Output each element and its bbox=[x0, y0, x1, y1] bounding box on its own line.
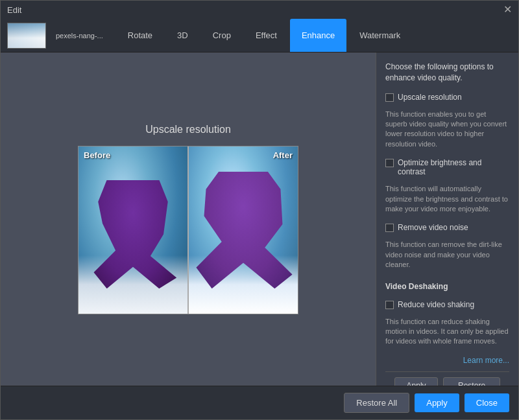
deshaking-option-row: Reduce video shaking bbox=[385, 300, 509, 309]
deshaking-section-title: Video Deshaking bbox=[385, 282, 509, 291]
settings-panel: Choose the following options to enhance … bbox=[376, 52, 518, 386]
skier-figure-before bbox=[90, 180, 176, 289]
preview-images: Before After bbox=[78, 146, 298, 314]
deshaking-desc: This function can reduce shaking motion … bbox=[385, 317, 509, 347]
tab-enhance[interactable]: Enhance bbox=[290, 19, 346, 52]
after-panel: After bbox=[189, 146, 298, 314]
title-bar: Edit ✕ bbox=[1, 1, 518, 19]
preview-title: Upscale resolution bbox=[145, 124, 231, 135]
before-label: Before bbox=[84, 150, 110, 160]
restore-defaults-button[interactable]: Restore Defaults bbox=[443, 377, 500, 386]
toolbar: pexels-nang-... Rotate 3D Crop Effect En… bbox=[1, 19, 518, 52]
tab-effect[interactable]: Effect bbox=[244, 19, 289, 52]
window-close-button[interactable]: ✕ bbox=[503, 5, 512, 15]
upscale-option-row: Upscale resolution bbox=[385, 93, 509, 102]
thumbnail-label: pexels-nang-... bbox=[56, 32, 103, 40]
upscale-label: Upscale resolution bbox=[398, 93, 462, 102]
preview-area: Upscale resolution Before After bbox=[1, 52, 376, 386]
before-image bbox=[78, 146, 187, 314]
restore-all-button[interactable]: Restore All bbox=[344, 393, 409, 413]
upscale-desc: This function enables you to get superb … bbox=[385, 110, 509, 150]
apply-button[interactable]: Apply bbox=[415, 393, 459, 412]
tab-rotate[interactable]: Rotate bbox=[116, 19, 164, 52]
close-button[interactable]: Close bbox=[465, 393, 509, 412]
after-label: After bbox=[273, 150, 293, 160]
bottom-bar: Restore All Apply Close bbox=[1, 386, 518, 419]
learn-more-link[interactable]: Learn more... bbox=[385, 356, 509, 365]
edit-window: Edit ✕ pexels-nang-... Rotate 3D Crop Ef… bbox=[0, 0, 519, 420]
noise-checkbox[interactable] bbox=[385, 224, 394, 232]
tab-group: Rotate 3D Crop Effect Enhance Watermark bbox=[116, 19, 413, 52]
tab-crop[interactable]: Crop bbox=[201, 19, 243, 52]
deshaking-checkbox[interactable] bbox=[385, 301, 394, 309]
tab-watermark[interactable]: Watermark bbox=[348, 19, 412, 52]
skier-figure-after bbox=[194, 172, 292, 289]
video-thumbnail[interactable] bbox=[7, 23, 46, 49]
deshaking-label: Reduce video shaking bbox=[398, 300, 474, 309]
brightness-desc: This function will automatically optimiz… bbox=[385, 184, 509, 214]
noise-option-row: Remove video noise bbox=[385, 223, 509, 232]
window-title: Edit bbox=[7, 5, 21, 15]
settings-action-buttons: Apply to All Restore Defaults bbox=[385, 371, 509, 386]
brightness-label: Optimize brightness and contrast bbox=[398, 158, 509, 176]
main-content: Upscale resolution Before After bbox=[1, 52, 518, 386]
settings-intro: Choose the following options to enhance … bbox=[385, 62, 509, 84]
after-image bbox=[189, 146, 298, 314]
tab-3d[interactable]: 3D bbox=[165, 19, 200, 52]
before-panel: Before bbox=[78, 146, 187, 314]
apply-to-all-button[interactable]: Apply to All bbox=[394, 377, 438, 386]
brightness-option-row: Optimize brightness and contrast bbox=[385, 158, 509, 176]
noise-desc: This function can remove the dirt-like v… bbox=[385, 240, 509, 270]
upscale-checkbox[interactable] bbox=[385, 93, 394, 102]
noise-label: Remove video noise bbox=[398, 223, 468, 232]
brightness-checkbox[interactable] bbox=[385, 159, 394, 167]
